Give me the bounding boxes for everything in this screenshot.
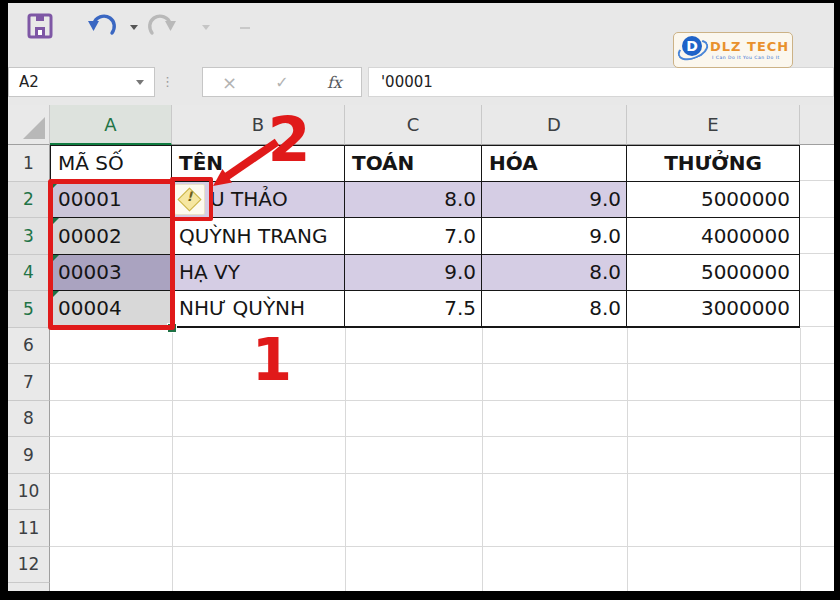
row-header-3[interactable]: 3 <box>8 218 50 255</box>
cell-B5[interactable]: NHƯ QUỲNH <box>172 291 345 328</box>
column-header-c[interactable]: C <box>345 105 482 145</box>
logo-tagline: I Can Do It You Can Do It <box>712 55 780 60</box>
excel-window: D DLZ TECH I Can Do It You Can Do It A2 … <box>8 3 834 591</box>
row-header-5[interactable]: 5 <box>8 291 50 328</box>
formula-buttons: × ✓ fx <box>202 67 362 97</box>
cell-C1[interactable]: TOÁN <box>345 145 482 182</box>
cell-E3[interactable]: 4000000 <box>627 218 800 255</box>
undo-button[interactable] <box>86 12 118 44</box>
redo-dropdown-caret <box>202 25 210 30</box>
formula-bar-grip: ⋮ <box>161 69 173 95</box>
cell-E1[interactable]: THƯỞNG <box>627 145 800 182</box>
toolbar-separator <box>240 27 250 29</box>
cell-E5[interactable]: 3000000 <box>627 291 800 328</box>
cell-A1[interactable]: MÃ SỐ <box>50 145 172 182</box>
row-header-7[interactable]: 7 <box>8 364 50 401</box>
cell-C3[interactable]: 7.0 <box>345 218 482 255</box>
logo-brand-text: DLZ TECH <box>710 39 789 54</box>
row-header-12[interactable]: 12 <box>8 547 50 584</box>
name-box-value: A2 <box>19 73 39 91</box>
cell-C2[interactable]: 8.0 <box>345 182 482 219</box>
row-header-4[interactable]: 4 <box>8 255 50 292</box>
empty-cells-area[interactable] <box>50 328 834 592</box>
cell-B3[interactable]: QUỲNH TRANG <box>172 218 345 255</box>
cell-E4[interactable]: 5000000 <box>627 255 800 292</box>
cell-D1[interactable]: HÓA <box>482 145 627 182</box>
row-header-2[interactable]: 2 <box>8 182 50 219</box>
row-header-13[interactable]: 13 <box>8 583 50 591</box>
redo-button[interactable] <box>146 12 178 44</box>
cell-C4[interactable]: 9.0 <box>345 255 482 292</box>
cell-B4[interactable]: HẠ VY <box>172 255 345 292</box>
annotation-step-1: 1 <box>244 331 300 389</box>
insert-function-icon[interactable]: fx <box>327 73 342 92</box>
row-header-8[interactable]: 8 <box>8 401 50 438</box>
cell-C5[interactable]: 7.5 <box>345 291 482 328</box>
save-icon <box>27 13 53 39</box>
select-all-corner[interactable] <box>8 105 50 145</box>
annotation-arrow <box>198 129 288 195</box>
annotation-rectangle-1 <box>48 179 175 330</box>
cell-D4[interactable]: 8.0 <box>482 255 627 292</box>
dlz-logo-icon: D <box>679 35 705 61</box>
name-box[interactable]: A2 <box>8 67 155 97</box>
cell-D3[interactable]: 9.0 <box>482 218 627 255</box>
column-header-d[interactable]: D <box>482 105 627 145</box>
select-all-triangle <box>23 117 45 139</box>
enter-icon[interactable]: ✓ <box>275 73 288 92</box>
redo-icon <box>146 12 178 40</box>
row-header-10[interactable]: 10 <box>8 474 50 511</box>
formula-input[interactable]: '00001 <box>368 67 834 97</box>
save-button[interactable] <box>27 13 53 43</box>
row-header-11[interactable]: 11 <box>8 510 50 547</box>
column-header-e[interactable]: E <box>627 105 800 145</box>
column-header-f-partial[interactable] <box>800 105 834 145</box>
name-box-caret[interactable] <box>136 80 144 85</box>
undo-dropdown-caret[interactable] <box>130 25 138 30</box>
column-header-row: A B C D E <box>8 105 834 145</box>
dlz-tech-logo: D DLZ TECH I Can Do It You Can Do It <box>673 32 793 68</box>
row-header-6[interactable]: 6 <box>8 328 50 365</box>
cell-E2[interactable]: 5000000 <box>627 182 800 219</box>
row-header-1[interactable]: 1 <box>8 145 50 182</box>
column-f-cells-partial[interactable] <box>800 145 834 328</box>
formula-value: '00001 <box>381 73 433 91</box>
cell-D5[interactable]: 8.0 <box>482 291 627 328</box>
table-row: MÃ SỐ TÊN TOÁN HÓA THƯỞNG <box>50 145 800 182</box>
cancel-icon[interactable]: × <box>222 72 237 93</box>
undo-icon <box>86 12 118 40</box>
cell-D2[interactable]: 9.0 <box>482 182 627 219</box>
row-header-9[interactable]: 9 <box>8 437 50 474</box>
column-header-a[interactable]: A <box>50 105 172 145</box>
